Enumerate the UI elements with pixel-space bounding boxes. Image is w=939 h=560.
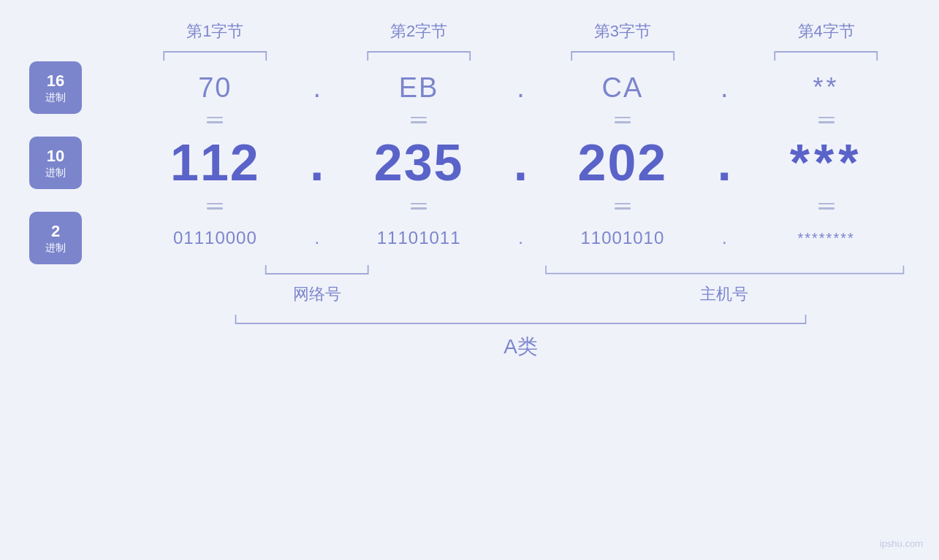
col-header-4: 第4字节 xyxy=(742,20,910,42)
hex-dot-3: . xyxy=(719,72,730,104)
page-container: 第1字节 第2字节 第3字节 第4字节 xyxy=(0,0,939,560)
watermark: ipshu.com xyxy=(880,537,923,550)
dec-dot-1: . xyxy=(308,134,325,192)
bin-val-2: 11101011 xyxy=(335,228,503,248)
dec-val-2: 235 xyxy=(335,134,503,192)
bracket-bot-host xyxy=(539,264,911,278)
hex-row: 16 进制 70 . EB . CA . ** xyxy=(29,66,910,110)
bottom-brackets-row xyxy=(29,263,910,279)
network-label: 网络号 xyxy=(293,283,341,305)
hex-dot-2: . xyxy=(515,72,526,104)
bracket-class xyxy=(132,313,910,328)
bracket-top-4 xyxy=(755,47,897,62)
dec-val-3: 202 xyxy=(539,134,707,192)
dec-val-4: *** xyxy=(742,134,910,192)
host-label: 主机号 xyxy=(700,283,748,305)
bracket-top-1 xyxy=(144,47,286,62)
bin-badge: 2 进制 xyxy=(29,212,82,264)
bin-val-4: ******** xyxy=(742,230,910,247)
dec-val-1: 112 xyxy=(132,134,299,192)
hex-val-1: 70 xyxy=(132,72,299,104)
equals-row-1 xyxy=(29,110,910,130)
bracket-top-3 xyxy=(552,47,693,62)
dec-badge: 10 进制 xyxy=(29,137,82,189)
hex-val-4: ** xyxy=(742,72,910,103)
hex-badge: 16 进制 xyxy=(29,61,82,114)
col-header-2: 第2字节 xyxy=(335,20,503,42)
bin-val-3: 11001010 xyxy=(539,228,707,248)
bin-row: 2 进制 01110000 . 11101011 . 11001010 . **… xyxy=(29,216,910,260)
bin-dot-2: . xyxy=(517,228,525,248)
equals-row-2 xyxy=(29,196,910,216)
net-host-labels: 网络号 主机号 xyxy=(29,283,910,305)
bracket-top-2 xyxy=(348,47,490,62)
bin-dot-1: . xyxy=(313,228,321,248)
class-bracket-row xyxy=(29,312,910,329)
hex-val-2: EB xyxy=(335,72,503,104)
class-label: A类 xyxy=(503,333,538,361)
dec-dot-2: . xyxy=(512,134,529,192)
class-label-row: A类 xyxy=(29,333,910,361)
col-header-3: 第3字节 xyxy=(539,20,707,42)
bin-val-1: 01110000 xyxy=(132,228,299,248)
bracket-bot-1 xyxy=(159,264,474,278)
col-header-1: 第1字节 xyxy=(132,20,299,42)
hex-dot-1: . xyxy=(311,72,322,104)
bin-dot-3: . xyxy=(721,228,729,248)
hex-val-3: CA xyxy=(539,72,707,104)
dec-row: 10 进制 112 . 235 . 202 . *** xyxy=(29,130,910,196)
dec-dot-3: . xyxy=(716,134,733,192)
